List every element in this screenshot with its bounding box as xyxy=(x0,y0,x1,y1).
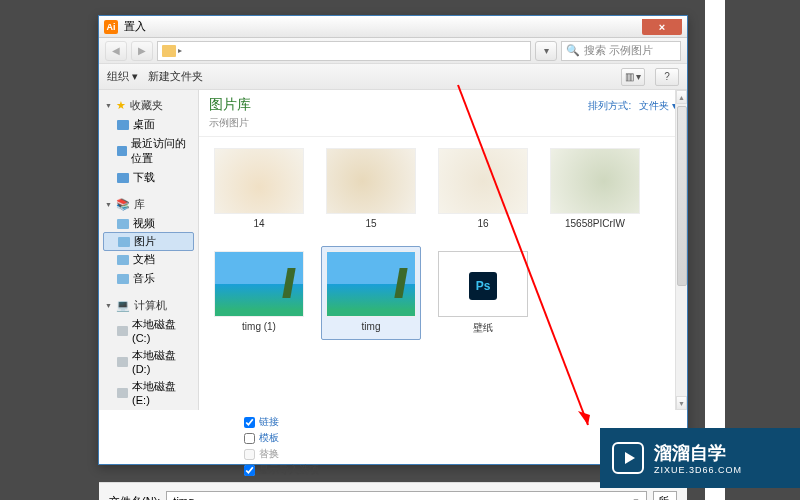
arrange-dropdown[interactable]: 文件夹 ▾ xyxy=(639,99,677,113)
dialog-title: 置入 xyxy=(124,19,146,34)
sidebar-item[interactable]: 桌面 xyxy=(99,115,198,134)
filename-label: 文件名(N): xyxy=(109,494,160,501)
sidebar-item[interactable]: 本地磁盘 (D:) xyxy=(99,346,198,377)
library-title: 图片库 xyxy=(209,96,251,114)
import-options: 链接 模板 替换 显示导入选项 xyxy=(99,410,687,482)
file-thumbnail[interactable]: timg xyxy=(321,246,421,340)
item-icon xyxy=(117,219,129,229)
arrange-label: 排列方式: xyxy=(588,99,631,113)
place-dialog: Ai 置入 × ◀ ▶ ▸ ▾ 🔍 搜索 示例图片 组织 ▾ 新建文件夹 ▥ ▾… xyxy=(98,15,688,465)
thumbnail-image xyxy=(214,251,304,317)
sidebar-item[interactable]: 下载 xyxy=(99,168,198,187)
scroll-thumb[interactable] xyxy=(677,106,687,286)
item-icon xyxy=(117,173,129,183)
item-icon xyxy=(117,326,128,336)
computer-header[interactable]: ▼ 💻 计算机 xyxy=(99,296,198,315)
titlebar: Ai 置入 × xyxy=(99,16,687,38)
thumbnail-image: Ps xyxy=(438,251,528,317)
library-subtitle: 示例图片 xyxy=(209,116,251,130)
help-button[interactable]: ? xyxy=(655,68,679,86)
item-icon xyxy=(117,146,127,156)
nav-bar: ◀ ▶ ▸ ▾ 🔍 搜索 示例图片 xyxy=(99,38,687,64)
sidebar-item[interactable]: 最近访问的位置 xyxy=(99,134,198,168)
file-thumbnail[interactable]: 15658PICrIW xyxy=(545,143,645,234)
thumbnail-label: 壁纸 xyxy=(473,321,493,335)
sidebar-item[interactable]: 本地磁盘 (F:) xyxy=(99,408,198,410)
chevron-down-icon: ▼ xyxy=(632,497,640,501)
chevron-down-icon: ▼ xyxy=(105,302,112,309)
forward-button[interactable]: ▶ xyxy=(131,41,153,61)
file-type-filter[interactable]: 所 xyxy=(653,491,677,500)
item-icon xyxy=(117,120,129,130)
item-icon xyxy=(117,388,128,398)
file-thumbnail[interactable]: 14 xyxy=(209,143,309,234)
scroll-down-button[interactable]: ▼ xyxy=(676,396,687,410)
thumbnail-image xyxy=(214,148,304,214)
file-thumbnail[interactable]: timg (1) xyxy=(209,246,309,340)
close-button[interactable]: × xyxy=(642,19,682,35)
folder-icon xyxy=(162,45,176,57)
sidebar-item[interactable]: 图片 xyxy=(103,232,194,251)
thumbnail-image xyxy=(438,148,528,214)
search-input[interactable]: 🔍 搜索 示例图片 xyxy=(561,41,681,61)
new-folder-button[interactable]: 新建文件夹 xyxy=(148,69,203,84)
back-button[interactable]: ◀ xyxy=(105,41,127,61)
scroll-up-button[interactable]: ▲ xyxy=(676,90,687,104)
bottom-bar: 文件名(N): timg ▼ 所 xyxy=(99,482,687,500)
sidebar-item[interactable]: 文档 xyxy=(99,250,198,269)
thumbnail-label: timg xyxy=(362,321,381,332)
thumbnail-image xyxy=(326,148,416,214)
sidebar-item[interactable]: 视频 xyxy=(99,214,198,233)
search-placeholder: 搜索 示例图片 xyxy=(584,43,653,58)
sidebar: ▼ ★ 收藏夹 桌面最近访问的位置下载 ▼ 📚 库 视频图片文档音乐 ▼ 💻 xyxy=(99,90,199,410)
refresh-button[interactable]: ▾ xyxy=(535,41,557,61)
sidebar-item[interactable]: 本地磁盘 (C:) xyxy=(99,315,198,346)
favorites-header[interactable]: ▼ ★ 收藏夹 xyxy=(99,96,198,115)
thumbnail-label: 16 xyxy=(477,218,488,229)
thumbnail-image xyxy=(326,251,416,317)
item-icon xyxy=(118,237,130,247)
item-icon xyxy=(117,357,128,367)
chevron-icon: ▸ xyxy=(178,46,182,55)
breadcrumb[interactable]: ▸ xyxy=(157,41,531,61)
scrollbar[interactable]: ▲ ▼ xyxy=(675,90,687,410)
sidebar-item[interactable]: 音乐 xyxy=(99,269,198,288)
star-icon: ★ xyxy=(116,99,126,112)
library-header[interactable]: ▼ 📚 库 xyxy=(99,195,198,214)
app-icon: Ai xyxy=(104,20,118,34)
thumbnail-label: timg (1) xyxy=(242,321,276,332)
chevron-down-icon: ▼ xyxy=(105,102,112,109)
organize-menu[interactable]: 组织 ▾ xyxy=(107,69,138,84)
file-thumbnail[interactable]: Ps壁纸 xyxy=(433,246,533,340)
thumbnail-label: 15658PICrIW xyxy=(565,218,625,229)
chevron-down-icon: ▼ xyxy=(105,201,112,208)
view-button[interactable]: ▥ ▾ xyxy=(621,68,645,86)
thumbnail-image xyxy=(550,148,640,214)
filename-combo[interactable]: timg ▼ xyxy=(166,491,647,500)
item-icon xyxy=(117,255,129,265)
item-icon xyxy=(117,274,129,284)
thumbnail-label: 15 xyxy=(365,218,376,229)
computer-icon: 💻 xyxy=(116,299,130,312)
file-list-pane: 图片库 示例图片 排列方式: 文件夹 ▾ 14151615658PICrIWti… xyxy=(199,90,687,410)
search-icon: 🔍 xyxy=(566,44,580,57)
file-thumbnail[interactable]: 15 xyxy=(321,143,421,234)
file-thumbnail[interactable]: 16 xyxy=(433,143,533,234)
thumbnail-label: 14 xyxy=(253,218,264,229)
play-icon xyxy=(612,442,644,474)
toolbar: 组织 ▾ 新建文件夹 ▥ ▾ ? xyxy=(99,64,687,90)
library-icon: 📚 xyxy=(116,198,130,211)
watermark: 溜溜自学 ZIXUE.3D66.COM xyxy=(600,428,800,488)
sidebar-item[interactable]: 本地磁盘 (E:) xyxy=(99,377,198,408)
